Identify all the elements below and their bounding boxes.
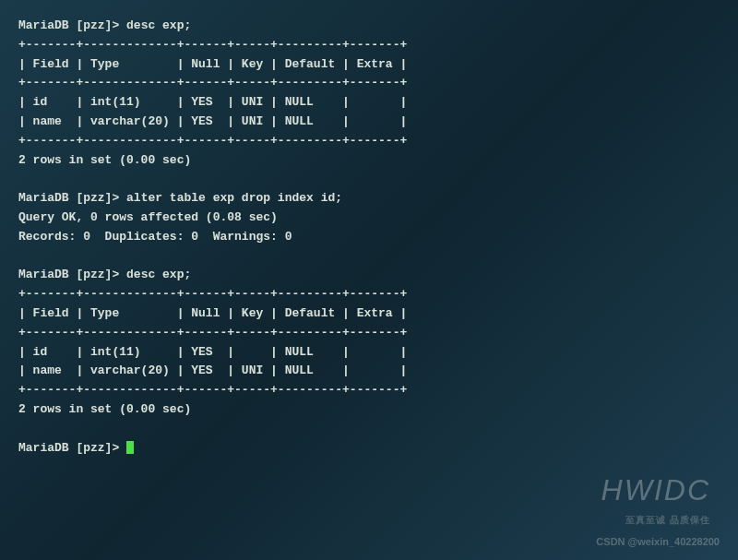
- result-summary: 2 rows in set (0.00 sec): [18, 153, 191, 167]
- sql-command: desc exp;: [126, 18, 191, 32]
- terminal-output[interactable]: MariaDB [pzz]> desc exp; +-------+------…: [18, 17, 720, 458]
- query-result: Query OK, 0 rows affected (0.08 sec): [18, 210, 278, 224]
- table-border: +-------+-------------+------+-----+----…: [18, 383, 407, 397]
- db-prompt: MariaDB [pzz]>: [18, 191, 126, 205]
- table-header: | Field | Type | Null | Key | Default | …: [18, 57, 407, 71]
- cursor-icon: [126, 441, 134, 454]
- db-prompt: MariaDB [pzz]>: [18, 441, 126, 455]
- table-border: +-------+-------------+------+-----+----…: [18, 134, 407, 148]
- db-prompt: MariaDB [pzz]>: [18, 18, 126, 32]
- table-row: | id | int(11) | YES | | NULL | |: [18, 345, 407, 359]
- table-border: +-------+-------------+------+-----+----…: [18, 76, 407, 89]
- watermark-brand: HWIDC: [601, 467, 710, 514]
- table-border: +-------+-------------+------+-----+----…: [18, 287, 407, 301]
- result-summary: 2 rows in set (0.00 sec): [18, 402, 191, 416]
- sql-command: desc exp;: [126, 268, 191, 281]
- table-row: | id | int(11) | YES | UNI | NULL | |: [18, 95, 407, 109]
- table-border: +-------+-------------+------+-----+----…: [18, 38, 407, 52]
- table-header: | Field | Type | Null | Key | Default | …: [18, 306, 407, 320]
- watermark-slogan: 至真至诚 品质保住: [625, 513, 710, 528]
- table-border: +-------+-------------+------+-----+----…: [18, 326, 407, 340]
- table-row: | name | varchar(20) | YES | UNI | NULL …: [18, 363, 407, 377]
- db-prompt: MariaDB [pzz]>: [18, 268, 126, 281]
- query-stats: Records: 0 Duplicates: 0 Warnings: 0: [18, 230, 292, 244]
- watermark-attribution: CSDN @weixin_40228200: [596, 534, 720, 551]
- sql-command: alter table exp drop index id;: [126, 191, 342, 205]
- table-row: | name | varchar(20) | YES | UNI | NULL …: [18, 114, 407, 128]
